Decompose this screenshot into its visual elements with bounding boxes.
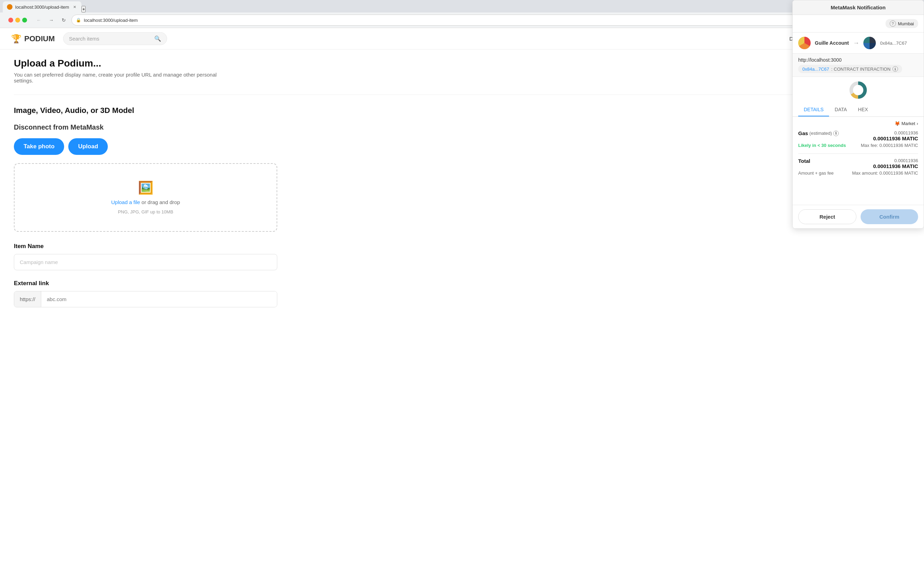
upload-link[interactable]: Upload a file [111, 199, 140, 205]
external-link-input[interactable] [41, 292, 277, 307]
maximize-window-button[interactable] [22, 18, 27, 23]
forward-button[interactable]: → [46, 15, 56, 25]
network-name: Mumbai [898, 21, 914, 26]
max-amount: Max amount: 0.00011936 MATIC [852, 170, 918, 176]
gas-row: Gas (estimated) ℹ 0.00011936 0.00011936 … [798, 130, 918, 142]
lock-icon: 🔒 [76, 18, 81, 23]
metamask-panel: MetaMask Notification ? Mumbai Guille Ac… [792, 0, 924, 229]
page-title: Upload a Podium... [14, 58, 910, 69]
upload-text: Upload a file or drag and drop [111, 199, 180, 205]
network-help-icon: ? [890, 20, 896, 27]
reload-button[interactable]: ↻ [59, 15, 69, 25]
browser-toolbar: ← → ↻ 🔒 localhost:3000/upload-item ⬆ ☆ 🦊 [0, 13, 924, 28]
contract-label: : CONTRACT INTERACTION [831, 66, 890, 72]
external-link-label: External link [14, 280, 277, 287]
network-pill[interactable]: ? Mumbai [886, 19, 918, 28]
account-arrow-icon: → [853, 40, 859, 47]
metamask-tabs: DETAILS DATA HEX [793, 103, 924, 117]
amount-gas-label: Amount + gas fee [798, 170, 833, 176]
app-header: 🏆 PODIUM 🔍 Discover Help center ☀️ 🔔 Cre… [0, 28, 924, 49]
gas-value-right: 0.00011936 0.00011936 MATIC [873, 130, 918, 142]
gas-value-main: 0.00011936 MATIC [873, 135, 918, 142]
market-label: Market [901, 121, 915, 126]
tab-title: localhost:3000/upload-item [15, 5, 69, 10]
tab-hex[interactable]: HEX [853, 103, 874, 116]
upload-or-text: or drag and drop [140, 199, 180, 205]
disconnect-text: Disconnect from MetaMask [14, 124, 910, 131]
gas-value-small: 0.00011936 [873, 130, 918, 135]
total-value-small: 0.00011936 [873, 158, 918, 163]
logo-icon: 🏆 [11, 34, 21, 44]
media-button-group: Take photo Upload [14, 138, 910, 155]
address-bar[interactable]: 🔒 localhost:3000/upload-item [71, 15, 885, 26]
item-name-input[interactable] [14, 254, 277, 270]
site-url: http://localhost:3000 [798, 57, 918, 63]
window-controls [4, 15, 31, 25]
metamask-header: ? Mumbai [793, 15, 924, 33]
gas-info-icon[interactable]: ℹ [833, 131, 839, 136]
from-account-name: Guille Account [815, 40, 849, 46]
max-fee: Max fee: 0.00011936 MATIC [861, 143, 918, 148]
total-value-main: 0.00011936 MATIC [873, 163, 918, 169]
search-icon: 🔍 [154, 35, 161, 42]
metamask-account-row: Guille Account → 0x84a...7C67 [793, 33, 924, 54]
gas-donut-chart [849, 81, 867, 99]
from-avatar [798, 37, 811, 49]
contract-info-icon[interactable]: ℹ [893, 66, 898, 72]
metamask-body: 🦊 Market › Gas (estimated) ℹ 0.00011936 … [793, 117, 924, 205]
to-account-info: 0x84a...7C67 [880, 41, 907, 46]
reject-button[interactable]: Reject [798, 209, 856, 224]
tab-data[interactable]: DATA [829, 103, 852, 116]
new-tab-button[interactable]: + [81, 6, 86, 13]
search-bar: 🔍 [63, 32, 167, 45]
item-name-label: Item Name [14, 243, 277, 250]
market-chevron-icon: › [917, 121, 918, 126]
gas-label: Gas (estimated) ℹ [798, 130, 839, 136]
fox-icon: 🦊 [894, 121, 900, 126]
main-content: 🏆 PODIUM 🔍 Discover Help center ☀️ 🔔 Cre… [0, 28, 924, 580]
total-row: Total 0.00011936 0.00011936 MATIC [798, 158, 918, 169]
section-title: Image, Video, Audio, or 3D Model [14, 106, 910, 115]
total-section: Total 0.00011936 0.00011936 MATIC Amount… [798, 158, 918, 176]
gas-divider [798, 153, 918, 154]
metamask-footer: Reject Confirm [793, 205, 924, 228]
total-label: Total [798, 158, 810, 164]
close-window-button[interactable] [8, 18, 13, 23]
external-link-prefix: https:// [14, 292, 41, 307]
external-link-wrapper: https:// [14, 291, 277, 307]
confirm-button[interactable]: Confirm [861, 209, 918, 224]
page-layout: 🏆 PODIUM 🔍 Discover Help center ☀️ 🔔 Cre… [0, 28, 924, 580]
minimize-window-button[interactable] [15, 18, 20, 23]
upload-dropzone[interactable]: 🖼️ Upload a file or drag and drop PNG, J… [14, 163, 277, 232]
to-account-address: 0x84a...7C67 [880, 41, 907, 46]
logo[interactable]: 🏆 PODIUM [11, 34, 55, 44]
tab-details[interactable]: DETAILS [798, 103, 829, 116]
take-photo-button[interactable]: Take photo [14, 138, 64, 155]
to-avatar [863, 37, 876, 49]
total-value-right: 0.00011936 0.00011936 MATIC [873, 158, 918, 169]
logo-text: PODIUM [24, 34, 55, 43]
gas-section: Gas (estimated) ℹ 0.00011936 0.00011936 … [798, 130, 918, 148]
contract-address: 0x84a...7C67 [802, 66, 829, 72]
likely-text: Likely in < 30 seconds [798, 143, 846, 148]
market-row: 🦊 Market › [798, 121, 918, 126]
address-text: localhost:3000/upload-item [84, 18, 138, 23]
search-input[interactable] [69, 36, 152, 41]
page-body: Upload a Podium... You can set preferred… [0, 49, 924, 325]
close-tab-button[interactable]: ✕ [72, 4, 77, 10]
external-link-section: External link https:// [14, 280, 277, 307]
metamask-title-bar: MetaMask Notification [793, 0, 924, 15]
upload-hint: PNG, JPG, GIF up to 10MB [118, 209, 173, 214]
tab-favicon [7, 4, 13, 10]
upload-icon: 🖼️ [138, 181, 153, 195]
site-row: http://localhost:3000 0x84a...7C67 : CON… [793, 54, 924, 77]
upload-button[interactable]: Upload [68, 138, 108, 155]
total-sub-row: Amount + gas fee Max amount: 0.00011936 … [798, 170, 918, 176]
active-tab[interactable]: localhost:3000/upload-item ✕ [3, 2, 81, 13]
page-subtitle: You can set preferred display name, crea… [14, 72, 222, 84]
item-name-section: Item Name [14, 243, 277, 270]
browser-tab-bar: localhost:3000/upload-item ✕ + [0, 0, 924, 13]
back-button[interactable]: ← [34, 15, 44, 25]
metamask-title: MetaMask Notification [831, 5, 886, 10]
market-link[interactable]: 🦊 Market › [894, 121, 918, 126]
